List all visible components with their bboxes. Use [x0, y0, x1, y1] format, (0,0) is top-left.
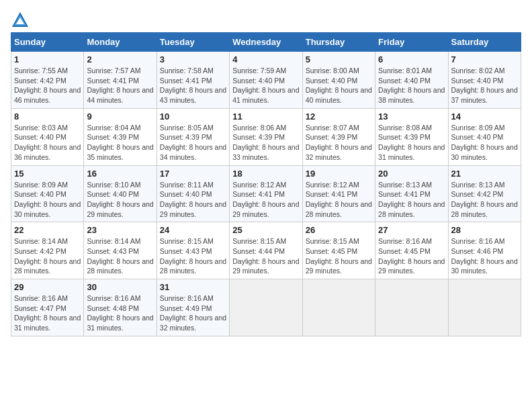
day-number: 24 [160, 225, 226, 235]
day-number: 22 [14, 225, 81, 235]
day-info: Sunrise: 8:10 AMSunset: 4:40 PMDaylight:… [87, 181, 153, 218]
day-info: Sunrise: 8:16 AMSunset: 4:48 PMDaylight:… [87, 294, 153, 332]
day-number: 12 [306, 111, 372, 122]
day-info: Sunrise: 8:01 AMSunset: 4:40 PMDaylight:… [378, 66, 445, 104]
day-number: 1 [14, 54, 81, 64]
calendar-cell: 22Sunrise: 8:14 AMSunset: 4:42 PMDayligh… [11, 222, 84, 279]
calendar-cell: 2Sunrise: 7:57 AMSunset: 4:41 PMDaylight… [84, 52, 157, 109]
day-info: Sunrise: 8:15 AMSunset: 4:44 PMDaylight:… [232, 237, 299, 275]
logo [11, 11, 32, 30]
day-number: 19 [306, 169, 372, 179]
day-number: 15 [14, 169, 81, 179]
calendar-cell: 12Sunrise: 8:07 AMSunset: 4:39 PMDayligh… [302, 108, 375, 165]
day-info: Sunrise: 8:07 AMSunset: 4:39 PMDaylight:… [306, 124, 372, 161]
day-number: 25 [232, 225, 299, 235]
day-info: Sunrise: 8:15 AMSunset: 4:43 PMDaylight:… [160, 237, 226, 275]
week-row-3: 15Sunrise: 8:09 AMSunset: 4:40 PMDayligh… [11, 165, 521, 222]
day-number: 26 [306, 225, 372, 235]
calendar-cell: 15Sunrise: 8:09 AMSunset: 4:40 PMDayligh… [11, 165, 84, 222]
day-number: 28 [451, 225, 518, 235]
day-number: 5 [306, 54, 372, 64]
day-number: 4 [232, 54, 299, 64]
calendar-cell: 31Sunrise: 8:16 AMSunset: 4:49 PMDayligh… [157, 279, 229, 336]
logo-icon [11, 11, 30, 30]
day-info: Sunrise: 8:09 AMSunset: 4:40 PMDaylight:… [14, 181, 81, 218]
calendar-cell: 4Sunrise: 7:59 AMSunset: 4:40 PMDaylight… [230, 52, 302, 109]
day-info: Sunrise: 8:12 AMSunset: 4:41 PMDaylight:… [306, 181, 372, 218]
day-number: 18 [232, 169, 299, 179]
day-info: Sunrise: 7:59 AMSunset: 4:40 PMDaylight:… [232, 66, 299, 104]
calendar-cell [230, 279, 302, 336]
day-number: 16 [87, 169, 153, 179]
calendar-cell: 16Sunrise: 8:10 AMSunset: 4:40 PMDayligh… [84, 165, 157, 222]
day-number: 21 [451, 169, 518, 179]
day-number: 23 [87, 225, 153, 235]
calendar-cell: 20Sunrise: 8:13 AMSunset: 4:41 PMDayligh… [375, 165, 448, 222]
calendar-cell: 9Sunrise: 8:04 AMSunset: 4:39 PMDaylight… [84, 108, 157, 165]
day-info: Sunrise: 7:58 AMSunset: 4:41 PMDaylight:… [160, 66, 226, 104]
day-info: Sunrise: 8:16 AMSunset: 4:49 PMDaylight:… [160, 294, 226, 332]
day-info: Sunrise: 8:16 AMSunset: 4:47 PMDaylight:… [14, 294, 81, 332]
day-number: 2 [87, 54, 153, 64]
calendar-cell: 10Sunrise: 8:05 AMSunset: 4:39 PMDayligh… [157, 108, 229, 165]
calendar-cell: 24Sunrise: 8:15 AMSunset: 4:43 PMDayligh… [157, 222, 229, 279]
calendar-cell: 11Sunrise: 8:06 AMSunset: 4:39 PMDayligh… [230, 108, 302, 165]
calendar-cell [302, 279, 375, 336]
week-row-5: 29Sunrise: 8:16 AMSunset: 4:47 PMDayligh… [11, 279, 521, 336]
day-info: Sunrise: 8:14 AMSunset: 4:43 PMDaylight:… [87, 237, 153, 275]
day-info: Sunrise: 8:09 AMSunset: 4:40 PMDaylight:… [451, 124, 518, 161]
header-monday: Monday [84, 33, 157, 52]
day-number: 3 [160, 54, 226, 64]
day-info: Sunrise: 8:15 AMSunset: 4:45 PMDaylight:… [306, 237, 372, 275]
calendar-cell: 13Sunrise: 8:08 AMSunset: 4:39 PMDayligh… [375, 108, 448, 165]
day-info: Sunrise: 8:13 AMSunset: 4:41 PMDaylight:… [378, 181, 445, 218]
header-wednesday: Wednesday [230, 33, 302, 52]
day-number: 31 [160, 282, 226, 292]
calendar-cell: 5Sunrise: 8:00 AMSunset: 4:40 PMDaylight… [302, 52, 375, 109]
day-info: Sunrise: 8:02 AMSunset: 4:40 PMDaylight:… [451, 66, 518, 104]
calendar-cell: 14Sunrise: 8:09 AMSunset: 4:40 PMDayligh… [448, 108, 521, 165]
day-number: 29 [14, 282, 81, 292]
day-number: 11 [232, 111, 299, 122]
calendar-cell: 7Sunrise: 8:02 AMSunset: 4:40 PMDaylight… [448, 52, 521, 109]
calendar-cell: 23Sunrise: 8:14 AMSunset: 4:43 PMDayligh… [84, 222, 157, 279]
day-info: Sunrise: 8:11 AMSunset: 4:40 PMDaylight:… [160, 181, 226, 218]
day-number: 6 [378, 54, 445, 64]
day-info: Sunrise: 8:16 AMSunset: 4:45 PMDaylight:… [378, 237, 445, 275]
week-row-4: 22Sunrise: 8:14 AMSunset: 4:42 PMDayligh… [11, 222, 521, 279]
calendar-table: SundayMondayTuesdayWednesdayThursdayFrid… [11, 32, 521, 336]
week-row-1: 1Sunrise: 7:55 AMSunset: 4:42 PMDaylight… [11, 52, 521, 109]
day-info: Sunrise: 8:04 AMSunset: 4:39 PMDaylight:… [87, 124, 153, 161]
calendar-cell: 6Sunrise: 8:01 AMSunset: 4:40 PMDaylight… [375, 52, 448, 109]
day-number: 30 [87, 282, 153, 292]
day-info: Sunrise: 8:06 AMSunset: 4:39 PMDaylight:… [232, 124, 299, 161]
day-number: 8 [14, 111, 81, 122]
header-thursday: Thursday [302, 33, 375, 52]
day-info: Sunrise: 8:08 AMSunset: 4:39 PMDaylight:… [378, 124, 445, 161]
calendar-cell: 17Sunrise: 8:11 AMSunset: 4:40 PMDayligh… [157, 165, 229, 222]
calendar-cell: 8Sunrise: 8:03 AMSunset: 4:40 PMDaylight… [11, 108, 84, 165]
header-saturday: Saturday [448, 33, 521, 52]
day-info: Sunrise: 8:12 AMSunset: 4:41 PMDaylight:… [232, 181, 299, 218]
day-info: Sunrise: 7:57 AMSunset: 4:41 PMDaylight:… [87, 66, 153, 104]
header-sunday: Sunday [11, 33, 84, 52]
day-number: 7 [451, 54, 518, 64]
calendar-cell [375, 279, 448, 336]
calendar-cell: 19Sunrise: 8:12 AMSunset: 4:41 PMDayligh… [302, 165, 375, 222]
calendar-cell: 26Sunrise: 8:15 AMSunset: 4:45 PMDayligh… [302, 222, 375, 279]
day-number: 9 [87, 111, 153, 122]
day-info: Sunrise: 8:05 AMSunset: 4:39 PMDaylight:… [160, 124, 226, 161]
day-number: 20 [378, 169, 445, 179]
calendar-cell: 18Sunrise: 8:12 AMSunset: 4:41 PMDayligh… [230, 165, 302, 222]
calendar-cell: 29Sunrise: 8:16 AMSunset: 4:47 PMDayligh… [11, 279, 84, 336]
day-number: 27 [378, 225, 445, 235]
header-friday: Friday [375, 33, 448, 52]
day-info: Sunrise: 8:14 AMSunset: 4:42 PMDaylight:… [14, 237, 81, 275]
week-row-2: 8Sunrise: 8:03 AMSunset: 4:40 PMDaylight… [11, 108, 521, 165]
calendar-cell: 25Sunrise: 8:15 AMSunset: 4:44 PMDayligh… [230, 222, 302, 279]
day-number: 13 [378, 111, 445, 122]
header-tuesday: Tuesday [157, 33, 229, 52]
day-number: 17 [160, 169, 226, 179]
calendar-cell: 3Sunrise: 7:58 AMSunset: 4:41 PMDaylight… [157, 52, 229, 109]
day-number: 14 [451, 111, 518, 122]
